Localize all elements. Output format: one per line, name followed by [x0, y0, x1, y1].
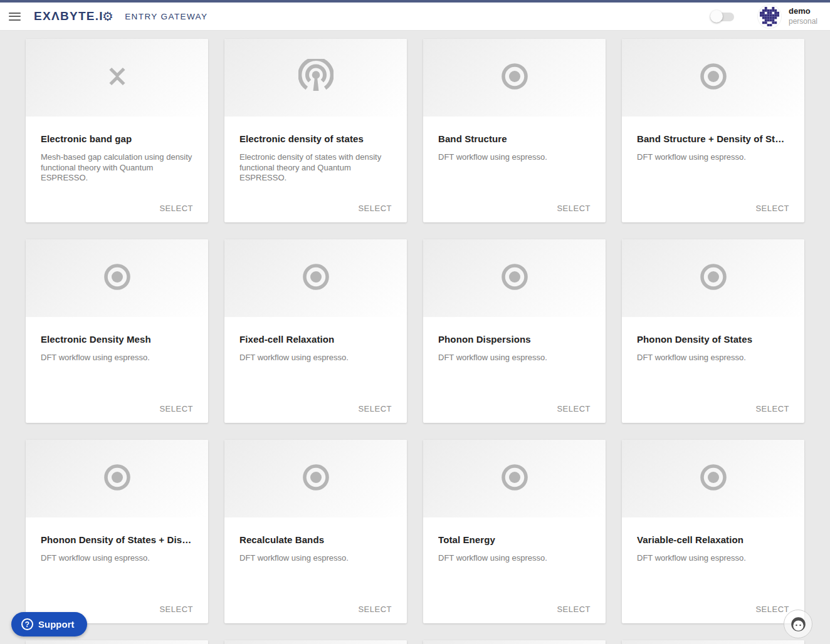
select-button[interactable]: SELECT	[755, 204, 789, 213]
select-button[interactable]: SELECT	[159, 404, 193, 413]
card-media	[224, 239, 407, 317]
card-title: Electronic density of states	[239, 133, 392, 144]
workflow-card-partial	[224, 640, 407, 644]
workflow-card: Total EnergyDFT workflow using espresso.…	[423, 440, 606, 623]
card-title: Total Energy	[438, 534, 591, 545]
card-title: Phonon Dispersions	[438, 334, 591, 345]
feedback-face-button[interactable]	[784, 610, 812, 638]
page-title: ENTRY GATEWAY	[125, 12, 208, 21]
card-title: Phonon Density of States + Dispersions	[41, 534, 193, 545]
card-description: Electronic density of states with densit…	[239, 152, 392, 184]
radio-button-icon	[699, 62, 728, 93]
card-description: DFT workflow using espresso.	[41, 553, 193, 564]
card-body: Fixed-cell RelaxationDFT workflow using …	[224, 317, 407, 363]
card-media	[423, 640, 606, 644]
card-media	[423, 39, 606, 117]
card-media	[224, 640, 407, 644]
card-description: DFT workflow using espresso.	[239, 353, 392, 363]
card-title: Electronic band gap	[41, 133, 193, 144]
exabyte-logo[interactable]: EXΛBYTE.I ⚙	[34, 9, 114, 23]
card-body: Electronic density of statesElectronic d…	[224, 117, 407, 184]
radio-button-icon	[103, 463, 132, 494]
card-body: Phonon Density of StatesDFT workflow usi…	[622, 317, 804, 363]
workflow-card: Electronic density of statesElectronic d…	[224, 39, 407, 222]
card-media	[26, 39, 208, 117]
podcasts-icon	[298, 59, 334, 96]
app-header: EXΛBYTE.I ⚙ ENTRY GATEWAY demo personal	[0, 3, 830, 31]
card-description: DFT workflow using espresso.	[438, 353, 591, 363]
card-media	[622, 440, 804, 517]
user-account-type: personal	[789, 17, 817, 26]
select-button[interactable]: SELECT	[755, 605, 789, 614]
radio-button-icon	[500, 62, 529, 93]
card-media	[622, 640, 804, 644]
workflow-card: Band Structure + Density of StatesDFT wo…	[622, 39, 804, 222]
card-title: Phonon Density of States	[637, 334, 789, 345]
card-body: Recalculate BandsDFT workflow using espr…	[224, 517, 407, 564]
logo-text: EXΛBYTE.I	[34, 9, 103, 23]
card-description: DFT workflow using espresso.	[438, 553, 591, 564]
workflow-card: Variable-cell RelaxationDFT workflow usi…	[622, 440, 804, 623]
card-body: Band StructureDFT workflow using espress…	[423, 117, 606, 163]
select-button[interactable]: SELECT	[557, 204, 591, 213]
select-button[interactable]: SELECT	[159, 204, 193, 213]
select-button[interactable]: SELECT	[755, 404, 789, 413]
card-description: DFT workflow using espresso.	[239, 553, 392, 564]
radio-button-icon	[302, 463, 330, 494]
card-description: DFT workflow using espresso.	[438, 152, 591, 163]
card-media	[26, 440, 208, 517]
workflow-card-partial	[622, 640, 804, 644]
theme-toggle[interactable]	[713, 10, 734, 23]
workflow-card: Phonon Density of States + DispersionsDF…	[26, 440, 208, 623]
select-button[interactable]: SELECT	[358, 204, 392, 213]
card-title: Band Structure + Density of States	[637, 133, 789, 144]
user-name: demo	[789, 6, 817, 16]
card-media	[26, 640, 208, 644]
card-description: DFT workflow using espresso.	[637, 152, 789, 163]
card-description: DFT workflow using espresso.	[637, 553, 789, 564]
card-media	[224, 440, 407, 517]
card-body: Phonon DispersionsDFT workflow using esp…	[423, 317, 606, 363]
card-media	[224, 39, 407, 117]
radio-button-icon	[500, 262, 529, 294]
select-button[interactable]: SELECT	[358, 605, 392, 614]
select-button[interactable]: SELECT	[159, 605, 193, 614]
workflow-grid: Electronic band gapMesh-based gap calcul…	[26, 39, 804, 644]
radio-button-icon	[699, 463, 728, 494]
radio-button-icon	[500, 463, 529, 494]
card-body: Variable-cell RelaxationDFT workflow usi…	[622, 517, 804, 564]
menu-icon[interactable]	[9, 13, 21, 21]
card-media	[26, 239, 208, 317]
radio-button-icon	[302, 262, 330, 294]
workflow-card-partial	[26, 640, 208, 644]
workflow-card: Band StructureDFT workflow using espress…	[423, 39, 606, 222]
card-body: Total EnergyDFT workflow using espresso.	[423, 517, 606, 564]
card-media	[423, 239, 606, 317]
avatar[interactable]	[758, 5, 781, 28]
toggle-thumb-icon	[710, 10, 723, 23]
workflow-card: Electronic Density MeshDFT workflow usin…	[26, 239, 208, 423]
card-description: DFT workflow using espresso.	[41, 353, 193, 363]
card-body: Band Structure + Density of StatesDFT wo…	[622, 117, 804, 163]
workflow-card: Fixed-cell RelaxationDFT workflow using …	[224, 239, 407, 423]
user-menu[interactable]: demo personal	[789, 6, 817, 26]
card-body: Electronic band gapMesh-based gap calcul…	[26, 117, 208, 184]
card-media	[423, 440, 606, 517]
card-title: Band Structure	[438, 133, 591, 144]
workflow-card: Phonon DispersionsDFT workflow using esp…	[423, 239, 606, 423]
select-button[interactable]: SELECT	[557, 605, 591, 614]
support-button[interactable]: ? Support	[11, 612, 87, 636]
unfold-less-icon	[103, 61, 132, 95]
workflow-card: Phonon Density of StatesDFT workflow usi…	[622, 239, 804, 423]
workflow-card: Electronic band gapMesh-based gap calcul…	[26, 39, 208, 222]
card-description: Mesh-based gap calculation using density…	[41, 152, 193, 184]
select-button[interactable]: SELECT	[557, 404, 591, 413]
radio-button-icon	[699, 262, 728, 294]
card-title: Recalculate Bands	[239, 534, 392, 545]
select-button[interactable]: SELECT	[358, 404, 392, 413]
identicon-icon	[760, 7, 779, 26]
card-body: Electronic Density MeshDFT workflow usin…	[26, 317, 208, 363]
header-actions: demo personal	[713, 5, 830, 28]
support-label: Support	[38, 619, 75, 630]
card-title: Electronic Density Mesh	[41, 334, 193, 345]
